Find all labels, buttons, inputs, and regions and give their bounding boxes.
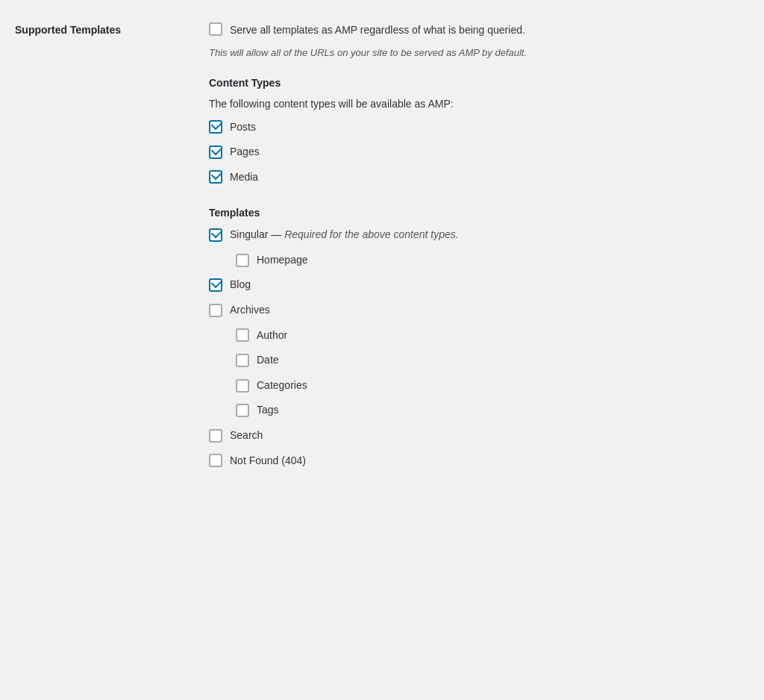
section-label: Supported Templates xyxy=(15,22,179,36)
media-checkbox[interactable] xyxy=(209,170,222,184)
categories-label[interactable]: Categories xyxy=(257,378,307,393)
content-types-title: Content Types xyxy=(209,77,746,89)
content-types-group: Posts Pages Media xyxy=(209,120,746,185)
list-item: Homepage xyxy=(209,253,746,268)
author-label[interactable]: Author xyxy=(257,328,287,343)
list-item: Categories xyxy=(209,378,746,393)
templates-section: Templates Singular — Required for the ab… xyxy=(209,207,746,468)
tags-checkbox[interactable] xyxy=(236,404,249,417)
singular-label[interactable]: Singular — Required for the above conten… xyxy=(230,228,459,243)
settings-content: Serve all templates as AMP regardless of… xyxy=(209,22,746,490)
posts-checkbox[interactable] xyxy=(209,120,222,134)
homepage-checkbox[interactable] xyxy=(236,254,249,267)
list-item: Media xyxy=(209,170,746,185)
serve-all-label[interactable]: Serve all templates as AMP regardless of… xyxy=(230,22,525,38)
list-item: Blog xyxy=(209,278,746,293)
list-item: Not Found (404) xyxy=(209,454,746,469)
list-item: Archives xyxy=(209,303,746,318)
media-label[interactable]: Media xyxy=(230,170,258,185)
templates-title: Templates xyxy=(209,207,746,219)
author-checkbox[interactable] xyxy=(236,328,249,342)
posts-label[interactable]: Posts xyxy=(230,120,256,135)
singular-checkbox[interactable] xyxy=(209,228,222,242)
list-item: Date xyxy=(209,353,746,368)
archives-label[interactable]: Archives xyxy=(230,303,270,318)
pages-label[interactable]: Pages xyxy=(230,145,260,160)
content-types-section: Content Types The following content type… xyxy=(209,77,746,185)
date-label[interactable]: Date xyxy=(257,353,279,368)
serve-all-note: This will allow all of the URLs on your … xyxy=(209,46,746,60)
homepage-label[interactable]: Homepage xyxy=(257,253,308,268)
list-item: Posts xyxy=(209,120,746,135)
serve-all-row: Serve all templates as AMP regardless of… xyxy=(209,22,746,38)
settings-row: Supported Templates Serve all templates … xyxy=(15,22,746,490)
search-label[interactable]: Search xyxy=(230,428,263,443)
blog-label[interactable]: Blog xyxy=(230,278,251,293)
search-checkbox[interactable] xyxy=(209,429,222,443)
pages-checkbox[interactable] xyxy=(209,146,222,159)
templates-group: Singular — Required for the above conten… xyxy=(209,228,746,468)
serve-all-checkbox[interactable] xyxy=(209,22,222,36)
content-types-description: The following content types will be avai… xyxy=(209,98,746,110)
archives-checkbox[interactable] xyxy=(209,304,222,317)
list-item: Pages xyxy=(209,145,746,160)
list-item: Author xyxy=(209,328,746,343)
list-item: Singular — Required for the above conten… xyxy=(209,228,746,243)
tags-label[interactable]: Tags xyxy=(257,403,279,418)
not-found-checkbox[interactable] xyxy=(209,454,222,467)
list-item: Tags xyxy=(209,403,746,418)
blog-checkbox[interactable] xyxy=(209,278,222,292)
not-found-label[interactable]: Not Found (404) xyxy=(230,454,306,469)
categories-checkbox[interactable] xyxy=(236,379,249,393)
date-checkbox[interactable] xyxy=(236,354,249,367)
list-item: Search xyxy=(209,428,746,443)
